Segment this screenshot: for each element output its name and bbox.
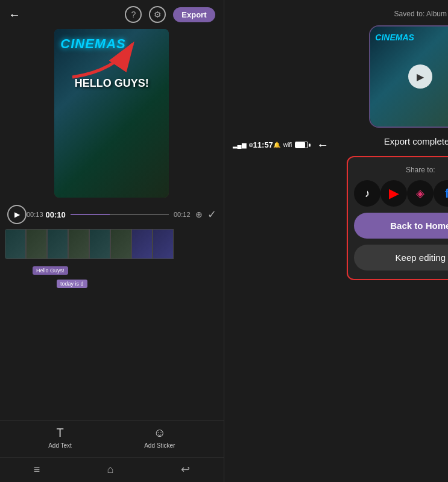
left-top-bar: ← ? ⚙ Export — [0, 0, 224, 29]
export-complete-area: Saved to: Album CINEMAS ▶ Export complet… — [337, 4, 448, 286]
left-back-button[interactable]: ← — [8, 8, 21, 22]
facebook-icon: f — [445, 187, 448, 201]
top-bar-right: ? ⚙ Export — [125, 6, 215, 23]
add-text-button[interactable]: T Add Text — [48, 426, 72, 449]
film-frame — [5, 229, 26, 259]
battery-icon — [295, 142, 308, 148]
red-arrow-indicator — [66, 35, 145, 83]
film-frame — [89, 229, 110, 259]
keep-editing-button[interactable]: Keep editing — [354, 245, 448, 271]
nav-home-icon[interactable]: ⌂ — [107, 463, 114, 476]
film-frame — [110, 229, 131, 259]
status-left: ▂▄▆ ⊕ — [233, 142, 253, 148]
timeline-controls: ▶ 00:13 00:10 00:12 ⊕ ✓ — [0, 202, 224, 227]
nav-menu-icon[interactable]: ≡ — [34, 463, 40, 476]
play-overlay-button[interactable]: ▶ — [408, 64, 432, 89]
saved-label: Saved to: Album — [394, 10, 447, 18]
network-icon: ⊕ — [248, 142, 253, 148]
play-icon: ▶ — [14, 210, 20, 219]
film-frame — [68, 229, 89, 259]
caption-bar-1[interactable]: Hello Guys! — [33, 266, 68, 275]
add-text-label: Add Text — [48, 442, 72, 449]
wifi-icon: wifi — [283, 142, 292, 148]
add-sticker-button[interactable]: ☺ Add Sticker — [144, 426, 175, 449]
help-button[interactable]: ? — [125, 6, 142, 23]
nav-back-icon[interactable]: ↩ — [181, 463, 190, 476]
youtube-icon: ▶ — [389, 186, 399, 201]
bottom-toolbar: T Add Text ☺ Add Sticker — [0, 421, 224, 457]
add-time-icon[interactable]: ⊕ — [195, 210, 203, 219]
instagram-icon: ◈ — [416, 187, 424, 200]
youtube-share-button[interactable]: ▶ — [380, 180, 407, 207]
tiktok-share-button[interactable]: ♪ — [354, 180, 380, 207]
status-time: 11:57 — [253, 140, 273, 149]
time-display: 00:13 00:10 — [27, 210, 66, 219]
caption-bars: Hello Guys! today is d — [0, 261, 224, 290]
timeline-bar[interactable] — [71, 214, 169, 215]
film-frame — [47, 229, 68, 259]
right-phone-panel: ▂▄▆ ⊕ 11:57 🔔 wifi ← Saved to: Album CIN… — [224, 0, 449, 482]
sticker-icon: ☺ — [154, 426, 166, 440]
back-to-home-button[interactable]: Back to Home — [354, 213, 448, 239]
left-nav-bar: ≡ ⌂ ↩ — [0, 457, 224, 482]
video-thumbnail[interactable]: CINEMAS ▶ — [369, 25, 448, 128]
status-bar: ▂▄▆ ⊕ 11:57 🔔 wifi ← Saved to: Album CIN… — [224, 0, 449, 290]
signal-icon: ▂▄▆ — [233, 142, 247, 148]
timeline-scrubber[interactable] — [0, 227, 224, 261]
settings-icon: ⚙ — [154, 10, 162, 19]
film-frame — [153, 229, 174, 259]
film-frame — [26, 229, 47, 259]
share-section: Share to: ♪ ▶ ◈ f 🐦 Bac — [347, 156, 448, 280]
help-icon: ? — [131, 10, 136, 19]
battery-fill — [295, 142, 305, 148]
share-to-label: Share to: — [354, 166, 448, 174]
settings-button[interactable]: ⚙ — [149, 6, 166, 23]
right-top-bar: ← — [308, 134, 337, 155]
time-current: 00:10 — [46, 210, 66, 219]
video-preview: CINEMAS HELLO GUYS! — [54, 29, 169, 198]
time-end: 00:12 — [174, 211, 191, 218]
left-phone-panel: ← ? ⚙ Export CINEMAS HELLO GUYS! — [0, 0, 224, 482]
add-sticker-label: Add Sticker — [144, 442, 175, 449]
filmstrip — [5, 229, 219, 259]
facebook-share-button[interactable]: f — [434, 180, 448, 207]
thumb-cinema-sign: CINEMAS — [375, 33, 414, 42]
text-icon: T — [56, 426, 63, 440]
spacer — [0, 290, 224, 421]
status-right: 🔔 wifi — [273, 142, 308, 148]
play-button[interactable]: ▶ — [7, 205, 27, 224]
caption-bar-2[interactable]: today is d — [57, 280, 87, 288]
alarm-icon: 🔔 — [273, 142, 280, 148]
export-button[interactable]: Export — [173, 7, 215, 22]
right-back-button[interactable]: ← — [317, 138, 329, 152]
export-complete-text: Export completed! — [384, 136, 448, 146]
tiktok-icon: ♪ — [365, 187, 370, 200]
film-frame — [131, 229, 153, 259]
time-elapsed: 00:13 — [27, 211, 43, 218]
confirm-icon[interactable]: ✓ — [207, 208, 216, 221]
instagram-share-button[interactable]: ◈ — [407, 180, 434, 207]
share-icons-row: ♪ ▶ ◈ f 🐦 — [354, 180, 448, 207]
